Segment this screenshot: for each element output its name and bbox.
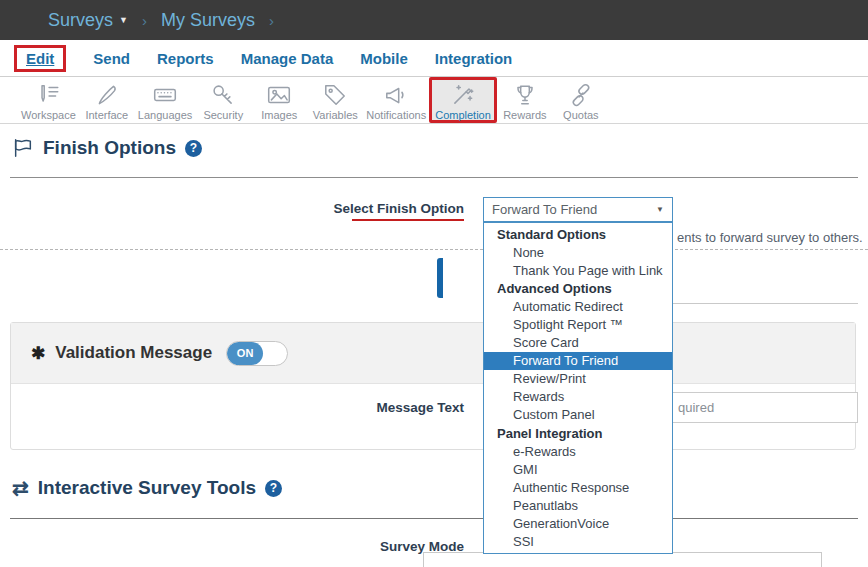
dropdown-option[interactable]: Spotlight Report ™ xyxy=(484,315,672,333)
toolbar-item-label: Languages xyxy=(138,109,192,121)
dropdown-option[interactable]: Rewards xyxy=(484,388,672,406)
section-title-text: Interactive Survey Tools xyxy=(38,477,256,499)
dropdown-option[interactable]: None xyxy=(484,243,672,261)
dropdown-option[interactable]: SSI xyxy=(484,533,672,551)
dropdown-option[interactable]: Forward To Friend xyxy=(484,352,672,370)
divider xyxy=(10,177,858,178)
help-icon[interactable]: ? xyxy=(265,480,282,497)
toolbar-item-images[interactable]: Images xyxy=(251,77,307,123)
toolbar-item-interface[interactable]: Interface xyxy=(79,77,135,123)
menu-bar: EditSendReportsManage DataMobileIntegrat… xyxy=(0,40,868,77)
toolbar-item-label: Workspace xyxy=(21,109,76,121)
toolbar-item-label: Interface xyxy=(85,109,128,121)
partially-hidden-button[interactable] xyxy=(437,258,443,298)
chain-icon xyxy=(568,82,594,108)
select-finish-option-label: Select Finish Option xyxy=(264,201,464,216)
toolbar-item-label: Security xyxy=(203,109,243,121)
megaphone-icon xyxy=(383,82,409,108)
finish-option-select[interactable]: Forward To Friend ▼ xyxy=(483,197,673,222)
flag-icon xyxy=(12,137,34,159)
trophy-icon xyxy=(512,82,538,108)
dropdown-option[interactable]: GMI xyxy=(484,460,672,478)
validation-panel-header: ✱ Validation Message ON xyxy=(11,323,855,384)
toolbar-item-security[interactable]: Security xyxy=(195,77,251,123)
section-title-text: Finish Options xyxy=(43,137,176,159)
menu-item-label: Integration xyxy=(435,50,513,67)
breadcrumb: Surveys ▼ › My Surveys › xyxy=(0,0,868,40)
keyboard-icon xyxy=(152,82,178,108)
menu-item-manage-data[interactable]: Manage Data xyxy=(241,50,334,67)
menu-item-label: Manage Data xyxy=(241,50,334,67)
dropdown-option[interactable]: Authentic Response xyxy=(484,478,672,496)
menu-item-label: Send xyxy=(93,50,130,67)
dropdown-option[interactable]: GenerationVoice xyxy=(484,515,672,533)
toolbar-item-label: Notifications xyxy=(366,109,426,121)
pencil-list-icon xyxy=(35,82,61,108)
divider xyxy=(10,518,858,519)
message-text-label: Message Text xyxy=(264,400,464,415)
menu-item-integration[interactable]: Integration xyxy=(435,50,513,67)
dropdown-option[interactable]: Review/Print xyxy=(484,370,672,388)
select-value: Forward To Friend xyxy=(492,202,597,217)
validation-toggle[interactable]: ON xyxy=(226,341,288,366)
menu-item-edit[interactable]: Edit xyxy=(14,45,66,72)
toolbar-item-label: Rewards xyxy=(503,109,546,121)
toolbar-item-label: Images xyxy=(261,109,297,121)
toolbar-item-variables[interactable]: Variables xyxy=(307,77,363,123)
help-text-fragment: ents to forward survey to others. xyxy=(677,230,863,245)
breadcrumb-my-surveys[interactable]: My Surveys xyxy=(161,10,255,31)
dropdown-option[interactable]: e-Rewards xyxy=(484,442,672,460)
toolbar-item-languages[interactable]: Languages xyxy=(135,77,195,123)
chevron-right-icon: › xyxy=(142,12,147,29)
toolbar-item-label: Variables xyxy=(313,109,358,121)
red-underline-annotation xyxy=(352,219,464,221)
toolbar-item-quotas[interactable]: Quotas xyxy=(553,77,609,123)
caret-down-icon[interactable]: ▼ xyxy=(119,15,128,25)
menu-item-label: Reports xyxy=(157,50,214,67)
key-icon xyxy=(210,82,236,108)
chevron-right-icon: › xyxy=(269,12,274,29)
menu-item-label: Edit xyxy=(26,50,54,67)
dropdown-option[interactable]: Automatic Redirect xyxy=(484,297,672,315)
menu-item-mobile[interactable]: Mobile xyxy=(360,50,408,67)
menu-item-reports[interactable]: Reports xyxy=(157,50,214,67)
wand-icon xyxy=(450,82,476,108)
menu-item-send[interactable]: Send xyxy=(93,50,130,67)
dropdown-group-header: Panel Integration xyxy=(484,424,672,442)
tag-icon xyxy=(322,82,348,108)
dashed-divider xyxy=(0,249,868,250)
page: Surveys ▼ › My Surveys › EditSendReports… xyxy=(0,0,868,567)
select-arrow-icon: ▼ xyxy=(656,205,664,214)
interactive-survey-tools-title: ⇄ Interactive Survey Tools ? xyxy=(12,476,282,500)
toolbar-item-rewards[interactable]: Rewards xyxy=(497,77,553,123)
toolbar-item-label: Quotas xyxy=(563,109,598,121)
menu-item-label: Mobile xyxy=(360,50,408,67)
toolbar-item-label: Completion xyxy=(435,109,491,121)
toggle-on-label: ON xyxy=(227,342,263,365)
dropdown-option[interactable]: Score Card xyxy=(484,334,672,352)
brush-icon xyxy=(94,82,120,108)
finish-option-help-text: ents to forward survey to others. ? xyxy=(677,229,868,245)
divider xyxy=(672,303,858,304)
validation-message-title: ✱ Validation Message ON xyxy=(31,341,288,366)
validation-title-text: Validation Message xyxy=(55,343,212,363)
dropdown-group-header: Standard Options xyxy=(484,225,672,243)
validation-message-panel: ✱ Validation Message ON xyxy=(10,322,856,450)
icon-toolbar: WorkspaceInterfaceLanguagesSecurityImage… xyxy=(0,77,868,124)
toolbar-item-notifications[interactable]: Notifications xyxy=(363,77,429,123)
dropdown-group-header: Advanced Options xyxy=(484,279,672,297)
dropdown-option[interactable]: Custom Panel xyxy=(484,406,672,424)
asterisk-icon: ✱ xyxy=(31,343,45,364)
finish-option-dropdown-list: Standard OptionsNoneThank You Page with … xyxy=(483,222,673,554)
swap-arrows-icon: ⇄ xyxy=(12,476,29,500)
finish-options-title: Finish Options ? xyxy=(12,137,202,159)
toolbar-item-completion[interactable]: Completion xyxy=(429,77,497,123)
image-icon xyxy=(266,82,292,108)
dropdown-option[interactable]: Thank You Page with Link xyxy=(484,261,672,279)
toolbar-item-workspace[interactable]: Workspace xyxy=(18,77,79,123)
breadcrumb-surveys[interactable]: Surveys xyxy=(48,10,113,31)
survey-mode-control[interactable] xyxy=(423,552,822,567)
dropdown-option[interactable]: Peanutlabs xyxy=(484,496,672,514)
help-icon[interactable]: ? xyxy=(185,140,202,157)
